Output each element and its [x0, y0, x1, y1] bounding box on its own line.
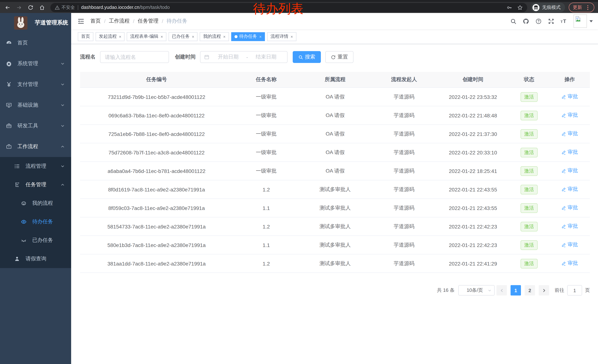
- approve-link[interactable]: 审批: [561, 242, 578, 248]
- approve-link[interactable]: 审批: [561, 112, 578, 119]
- search-icon: [298, 55, 303, 59]
- column-header: 状态: [509, 72, 549, 88]
- approve-link[interactable]: 审批: [561, 186, 578, 193]
- tab-todo-task[interactable]: 待办任务×: [231, 32, 265, 41]
- search-icon[interactable]: [507, 13, 519, 29]
- github-icon[interactable]: [519, 13, 532, 29]
- close-icon[interactable]: ×: [259, 34, 262, 39]
- app-logo[interactable]: 芋道管理系统: [0, 13, 71, 32]
- help-icon[interactable]: [532, 13, 545, 29]
- sidebar-item-my-process[interactable]: 我的流程: [0, 194, 71, 212]
- process-cell: OA 请假: [299, 106, 371, 125]
- sidebar-item-workflow[interactable]: 工作流程: [0, 136, 71, 157]
- column-header: 操作: [549, 72, 590, 88]
- tab-label: 首页: [81, 33, 90, 40]
- prev-page-button[interactable]: [497, 285, 507, 296]
- close-icon[interactable]: ×: [161, 34, 163, 39]
- goto-page-input[interactable]: [567, 285, 582, 296]
- fullscreen-icon[interactable]: [545, 13, 557, 29]
- close-icon[interactable]: ×: [119, 34, 121, 39]
- update-button[interactable]: 更新: [569, 3, 594, 12]
- tab-form-edit[interactable]: 流程表单-编辑×: [127, 32, 166, 41]
- tab-done-task[interactable]: 已办任务×: [169, 32, 198, 41]
- url-divider: [78, 5, 78, 10]
- sidebar-item-dev-tools[interactable]: 研发工具: [0, 115, 71, 136]
- initiator-cell: 芋道源码: [371, 88, 437, 106]
- chevron-down-icon: [61, 83, 65, 86]
- browser-menu-dots-icon[interactable]: [585, 5, 590, 10]
- sidebar-item-home[interactable]: 首页: [0, 32, 71, 53]
- content: 流程名 创建时间 开始日期 - 结束日期 搜索 重: [71, 44, 598, 364]
- process-cell: OA 请假: [299, 162, 371, 180]
- sidebar-item-leave-query[interactable]: 请假查询: [0, 250, 71, 268]
- sidebar-item-payment[interactable]: 支付管理: [0, 74, 71, 95]
- tab-home[interactable]: 首页: [78, 32, 93, 41]
- status-badge: 激活: [521, 111, 538, 120]
- page-button-2[interactable]: 2: [525, 285, 535, 296]
- close-icon[interactable]: ×: [291, 34, 293, 39]
- breadcrumb-item[interactable]: 首页: [91, 18, 101, 24]
- chevron-down-icon: [61, 124, 65, 128]
- reload-icon[interactable]: [26, 3, 35, 12]
- table-row: a6aba0a4-7b6d-11ec-b781-acde48001122一级审批…: [80, 162, 590, 180]
- sidebar-item-process-mgmt[interactable]: 流程管理: [0, 157, 71, 176]
- process-name-input[interactable]: [100, 51, 169, 63]
- url-bar[interactable]: 不安全 dashboard.yudao.iocoder.cn/bpm/task/…: [50, 3, 527, 12]
- table-row: 8f0d1619-7ac8-11ec-a9e2-a2380e71991a1.2测…: [80, 180, 590, 199]
- sidebar-item-done-task[interactable]: 已办任务: [0, 231, 71, 250]
- tab-start-process[interactable]: 发起流程×: [96, 32, 125, 41]
- edit-icon: [561, 243, 566, 247]
- approve-label: 审批: [568, 94, 578, 100]
- approve-link[interactable]: 审批: [561, 94, 578, 100]
- url-path: /bpm/task/todo: [139, 5, 170, 10]
- table-row: 75d72608-7b7f-11ec-a3c8-acde48001122一级审批…: [80, 143, 590, 162]
- sidebar-item-infrastructure[interactable]: 基础设施: [0, 95, 71, 115]
- next-page-button[interactable]: [539, 285, 549, 296]
- font-size-icon[interactable]: TT: [557, 13, 570, 29]
- page-size-select[interactable]: 10条/页: [458, 285, 495, 296]
- search-button[interactable]: 搜索: [293, 51, 321, 63]
- tab-process-detail[interactable]: 流程详情×: [267, 32, 296, 41]
- breadcrumb-item[interactable]: 任务管理: [138, 18, 158, 24]
- reset-button[interactable]: 重置: [325, 51, 353, 63]
- approve-link[interactable]: 审批: [561, 205, 578, 211]
- approve-link[interactable]: 审批: [561, 149, 578, 156]
- key-icon[interactable]: [507, 5, 512, 10]
- avatar[interactable]: [573, 15, 587, 28]
- breadcrumb: 首页/工作流程/任务管理/待办任务: [91, 18, 187, 24]
- task-id-cell: 381aa1dd-7ac8-11ec-a9e2-a2380e71991a: [80, 254, 233, 273]
- task-name-cell: 一级审批: [233, 143, 299, 162]
- sidebar-item-task-mgmt[interactable]: 任务管理: [0, 176, 71, 194]
- end-date-placeholder: 结束日期: [249, 54, 283, 60]
- bookmark-star-icon[interactable]: [517, 5, 523, 10]
- sidebar-item-system[interactable]: 系统管理: [0, 53, 71, 74]
- initiator-cell: 芋道源码: [371, 106, 437, 125]
- date-range-input[interactable]: 开始日期 - 结束日期: [200, 51, 288, 63]
- close-icon[interactable]: ×: [192, 34, 194, 39]
- status-cell: 激活: [509, 236, 549, 254]
- sidebar-item-todo-task[interactable]: 待办任务: [0, 212, 71, 231]
- gear-icon: [6, 61, 12, 67]
- close-icon[interactable]: ×: [223, 34, 226, 39]
- approve-link[interactable]: 审批: [561, 168, 578, 174]
- flow-list-icon: [14, 163, 20, 169]
- sidebar-item-label: 已办任务: [32, 237, 71, 244]
- approve-link[interactable]: 审批: [561, 130, 578, 137]
- approve-link[interactable]: 审批: [561, 260, 578, 267]
- breadcrumb-item[interactable]: 工作流程: [109, 18, 130, 24]
- task-name-cell: 1.2: [233, 254, 299, 273]
- sidebar: 芋道管理系统 首页系统管理支付管理基础设施研发工具工作流程流程管理任务管理我的流…: [0, 13, 71, 364]
- sidebar-toggle-icon[interactable]: [78, 18, 84, 24]
- tab-my-process[interactable]: 我的流程×: [200, 32, 229, 41]
- incognito-icon: [532, 4, 540, 11]
- approve-link[interactable]: 审批: [561, 223, 578, 230]
- yen-icon: [6, 81, 12, 87]
- range-separator: -: [245, 54, 249, 60]
- forward-icon[interactable]: [15, 3, 23, 12]
- home-icon[interactable]: [37, 3, 46, 12]
- back-icon[interactable]: [3, 3, 12, 12]
- initiator-cell: 芋道源码: [371, 143, 437, 162]
- page-button-1[interactable]: 1: [511, 285, 521, 296]
- task-name-cell: 一级审批: [233, 106, 299, 125]
- avatar-chevron-down-icon[interactable]: [590, 19, 593, 23]
